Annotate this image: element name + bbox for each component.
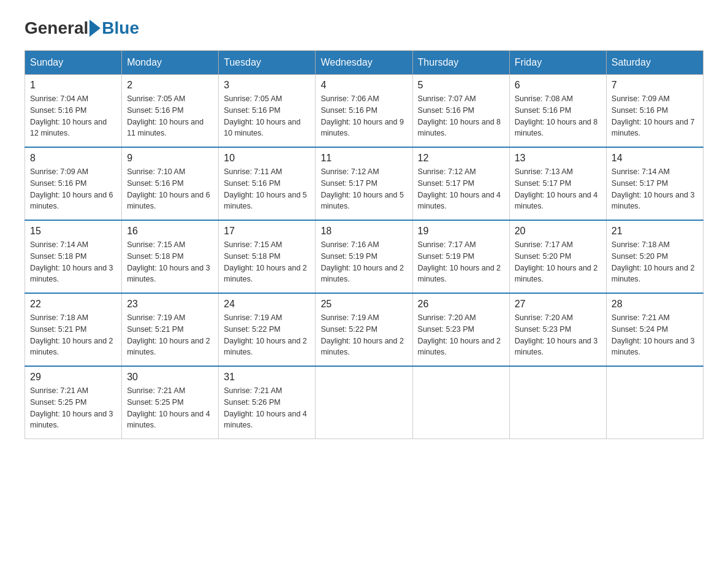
calendar-day-cell: 18 Sunrise: 7:16 AMSunset: 5:19 PMDaylig… [316,220,412,293]
logo: General Blue [25,18,139,38]
calendar-day-cell: 30 Sunrise: 7:21 AMSunset: 5:25 PMDaylig… [122,366,219,439]
calendar-day-cell: 5 Sunrise: 7:07 AMSunset: 5:16 PMDayligh… [412,75,509,148]
calendar-day-cell [509,366,606,439]
calendar-day-cell [316,366,412,439]
calendar-day-cell: 29 Sunrise: 7:21 AMSunset: 5:25 PMDaylig… [25,366,122,439]
logo-arrow-icon [89,20,100,37]
day-info: Sunrise: 7:04 AMSunset: 5:16 PMDaylight:… [30,94,107,137]
calendar-day-cell: 17 Sunrise: 7:15 AMSunset: 5:18 PMDaylig… [219,220,316,293]
day-info: Sunrise: 7:15 AMSunset: 5:18 PMDaylight:… [127,240,210,283]
day-number: 2 [127,80,213,91]
day-number: 8 [30,153,116,164]
day-info: Sunrise: 7:12 AMSunset: 5:17 PMDaylight:… [320,167,404,210]
calendar-day-cell: 10 Sunrise: 7:11 AMSunset: 5:16 PMDaylig… [219,147,316,220]
day-number: 18 [320,226,407,237]
calendar-day-cell: 2 Sunrise: 7:05 AMSunset: 5:16 PMDayligh… [122,75,219,148]
day-info: Sunrise: 7:09 AMSunset: 5:16 PMDaylight:… [30,167,113,210]
day-number: 31 [224,372,310,383]
day-info: Sunrise: 7:07 AMSunset: 5:16 PMDaylight:… [418,94,501,137]
day-info: Sunrise: 7:20 AMSunset: 5:23 PMDaylight:… [418,313,501,356]
day-info: Sunrise: 7:05 AMSunset: 5:16 PMDaylight:… [127,94,203,137]
day-number: 25 [320,299,407,310]
calendar-day-cell: 6 Sunrise: 7:08 AMSunset: 5:16 PMDayligh… [509,75,606,148]
day-number: 19 [418,226,504,237]
calendar-day-header: Thursday [412,51,509,75]
day-info: Sunrise: 7:09 AMSunset: 5:16 PMDaylight:… [612,94,695,137]
calendar-day-cell: 13 Sunrise: 7:13 AMSunset: 5:17 PMDaylig… [509,147,606,220]
calendar-day-cell: 22 Sunrise: 7:18 AMSunset: 5:21 PMDaylig… [25,293,122,366]
page-header: General Blue [25,18,703,38]
calendar-day-cell: 15 Sunrise: 7:14 AMSunset: 5:18 PMDaylig… [25,220,122,293]
day-number: 4 [320,80,407,91]
day-number: 3 [224,80,310,91]
day-info: Sunrise: 7:18 AMSunset: 5:21 PMDaylight:… [30,313,113,356]
day-info: Sunrise: 7:19 AMSunset: 5:22 PMDaylight:… [320,313,404,356]
day-info: Sunrise: 7:11 AMSunset: 5:16 PMDaylight:… [224,167,307,210]
calendar-day-cell: 25 Sunrise: 7:19 AMSunset: 5:22 PMDaylig… [316,293,412,366]
day-number: 10 [224,153,310,164]
calendar-day-cell: 24 Sunrise: 7:19 AMSunset: 5:22 PMDaylig… [219,293,316,366]
day-info: Sunrise: 7:10 AMSunset: 5:16 PMDaylight:… [127,167,210,210]
day-number: 16 [127,226,213,237]
calendar-day-header: Saturday [606,51,703,75]
calendar-day-cell [412,366,509,439]
calendar-day-cell: 1 Sunrise: 7:04 AMSunset: 5:16 PMDayligh… [25,75,122,148]
day-number: 30 [127,372,213,383]
calendar-day-cell: 9 Sunrise: 7:10 AMSunset: 5:16 PMDayligh… [122,147,219,220]
calendar-day-cell: 12 Sunrise: 7:12 AMSunset: 5:17 PMDaylig… [412,147,509,220]
day-info: Sunrise: 7:06 AMSunset: 5:16 PMDaylight:… [320,94,404,137]
calendar-day-cell: 31 Sunrise: 7:21 AMSunset: 5:26 PMDaylig… [219,366,316,439]
calendar-day-cell: 3 Sunrise: 7:05 AMSunset: 5:16 PMDayligh… [219,75,316,148]
day-number: 28 [612,299,698,310]
day-info: Sunrise: 7:19 AMSunset: 5:21 PMDaylight:… [127,313,210,356]
day-info: Sunrise: 7:08 AMSunset: 5:16 PMDaylight:… [515,94,598,137]
calendar-day-cell: 14 Sunrise: 7:14 AMSunset: 5:17 PMDaylig… [606,147,703,220]
calendar-day-header: Friday [509,51,606,75]
calendar-day-cell: 8 Sunrise: 7:09 AMSunset: 5:16 PMDayligh… [25,147,122,220]
calendar-day-cell: 7 Sunrise: 7:09 AMSunset: 5:16 PMDayligh… [606,75,703,148]
day-number: 1 [30,80,116,91]
calendar-week-row: 8 Sunrise: 7:09 AMSunset: 5:16 PMDayligh… [25,147,703,220]
day-info: Sunrise: 7:19 AMSunset: 5:22 PMDaylight:… [224,313,307,356]
calendar-day-cell: 27 Sunrise: 7:20 AMSunset: 5:23 PMDaylig… [509,293,606,366]
day-number: 5 [418,80,504,91]
calendar-day-cell: 26 Sunrise: 7:20 AMSunset: 5:23 PMDaylig… [412,293,509,366]
day-number: 27 [515,299,601,310]
logo-general-text: General [25,18,88,38]
calendar-day-cell: 21 Sunrise: 7:18 AMSunset: 5:20 PMDaylig… [606,220,703,293]
calendar-day-cell: 4 Sunrise: 7:06 AMSunset: 5:16 PMDayligh… [316,75,412,148]
calendar-day-header: Monday [122,51,219,75]
day-number: 6 [515,80,601,91]
day-number: 9 [127,153,213,164]
calendar-day-header: Wednesday [316,51,412,75]
day-info: Sunrise: 7:21 AMSunset: 5:26 PMDaylight:… [224,386,307,429]
day-info: Sunrise: 7:20 AMSunset: 5:23 PMDaylight:… [515,313,598,356]
day-info: Sunrise: 7:14 AMSunset: 5:18 PMDaylight:… [30,240,113,283]
day-info: Sunrise: 7:21 AMSunset: 5:24 PMDaylight:… [612,313,695,356]
day-info: Sunrise: 7:18 AMSunset: 5:20 PMDaylight:… [612,240,695,283]
day-info: Sunrise: 7:15 AMSunset: 5:18 PMDaylight:… [224,240,307,283]
day-number: 21 [612,226,698,237]
day-number: 7 [612,80,698,91]
calendar-day-cell: 16 Sunrise: 7:15 AMSunset: 5:18 PMDaylig… [122,220,219,293]
day-info: Sunrise: 7:21 AMSunset: 5:25 PMDaylight:… [127,386,210,429]
day-info: Sunrise: 7:17 AMSunset: 5:19 PMDaylight:… [418,240,501,283]
day-info: Sunrise: 7:13 AMSunset: 5:17 PMDaylight:… [515,167,598,210]
day-info: Sunrise: 7:14 AMSunset: 5:17 PMDaylight:… [612,167,695,210]
calendar-day-header: Tuesday [219,51,316,75]
calendar-table: SundayMondayTuesdayWednesdayThursdayFrid… [25,50,703,439]
calendar-week-row: 15 Sunrise: 7:14 AMSunset: 5:18 PMDaylig… [25,220,703,293]
calendar-header-row: SundayMondayTuesdayWednesdayThursdayFrid… [25,51,703,75]
day-number: 24 [224,299,310,310]
logo-blue-text: Blue [102,18,139,38]
day-number: 14 [612,153,698,164]
calendar-day-cell: 28 Sunrise: 7:21 AMSunset: 5:24 PMDaylig… [606,293,703,366]
calendar-day-cell: 19 Sunrise: 7:17 AMSunset: 5:19 PMDaylig… [412,220,509,293]
day-number: 29 [30,372,116,383]
day-number: 23 [127,299,213,310]
day-info: Sunrise: 7:17 AMSunset: 5:20 PMDaylight:… [515,240,598,283]
calendar-day-header: Sunday [25,51,122,75]
calendar-day-cell: 20 Sunrise: 7:17 AMSunset: 5:20 PMDaylig… [509,220,606,293]
calendar-day-cell: 11 Sunrise: 7:12 AMSunset: 5:17 PMDaylig… [316,147,412,220]
calendar-week-row: 1 Sunrise: 7:04 AMSunset: 5:16 PMDayligh… [25,75,703,148]
